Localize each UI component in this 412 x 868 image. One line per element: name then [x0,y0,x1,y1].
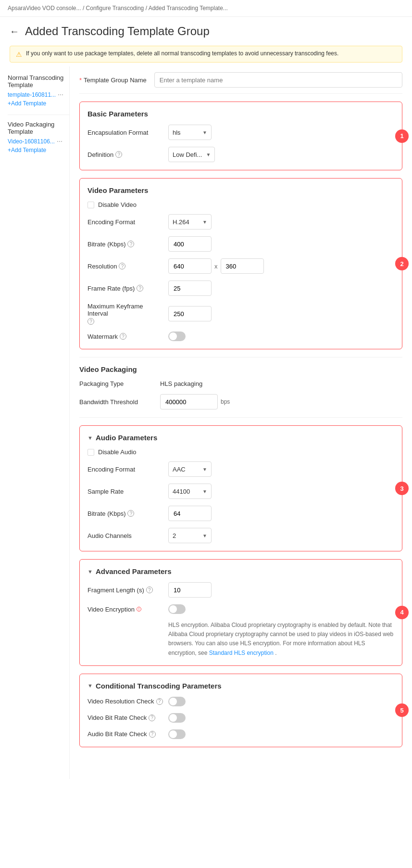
sidebar-add-normal[interactable]: +Add Template [8,100,69,107]
disable-video-label: Disable Video [98,201,137,208]
definition-select[interactable]: Low Defi... ▼ [168,147,215,162]
audio-bitrate-help-icon[interactable]: ? [127,510,134,517]
sidebar-item-packaging[interactable]: Video-16081106... ⋯ [8,138,69,145]
audio-bitrate-check-help-icon[interactable]: ? [149,731,156,738]
watermark-toggle[interactable] [168,332,186,341]
video-bitrate-check-label: Video Bit Rate Check ? [87,714,164,721]
definition-label: Definition ? [87,151,164,158]
chevron-down-icon: ▼ [202,489,207,494]
sidebar-divider [8,115,69,115]
advanced-parameters-card: ▼ Advanced Parameters 4 Fragment Length … [79,559,402,666]
fragment-length-help-icon[interactable]: ? [146,587,153,593]
video-resolution-label: Resolution ? [87,263,164,270]
audio-encoding-format-row: Encoding Format AAC ▼ [87,461,394,477]
bandwidth-threshold-label: Bandwidth Threshold [79,398,156,406]
sidebar: Normal Transcoding Template template-160… [0,66,70,779]
chevron-down-icon: ▼ [206,152,211,157]
definition-help-icon[interactable]: ? [115,151,122,158]
watermark-help-icon[interactable]: ? [120,333,126,340]
video-bitrate-input[interactable] [168,236,212,252]
conditional-collapse-icon[interactable]: ▼ [87,683,93,689]
advanced-collapse-icon[interactable]: ▼ [87,569,93,574]
video-resolution-check-label: Video Resolution Check ? [87,698,164,705]
frame-rate-row: Frame Rate (fps) ? [87,281,394,296]
video-bitrate-help-icon[interactable]: ? [149,715,155,721]
audio-bitrate-check-label: Audio Bit Rate Check ? [87,730,164,738]
sidebar-packaging-dots[interactable]: ⋯ [57,138,62,145]
keyframe-help-icon[interactable]: ? [87,318,94,325]
bandwidth-input[interactable] [160,394,218,409]
back-button[interactable]: ← [10,26,19,37]
encryption-info-icon[interactable]: ! [137,607,141,612]
bottom-spacer [79,755,402,769]
disable-video-checkbox[interactable] [87,202,94,208]
frame-rate-input[interactable] [168,281,212,296]
bandwidth-threshold-row: Bandwidth Threshold bps [79,394,402,409]
encryption-link[interactable]: Standard HLS encryption [209,650,274,656]
framerate-help-icon[interactable]: ? [137,285,143,292]
video-resolution-check-toggle[interactable] [168,697,186,706]
content-area: * Template Group Name Basic Parameters 1… [70,66,412,779]
keyframe-input[interactable] [168,306,212,321]
sidebar-add-packaging[interactable]: +Add Template [8,147,69,153]
resolution-width-input[interactable] [168,258,212,274]
video-resolution-check-row: Video Resolution Check ? [87,697,394,706]
main-layout: Normal Transcoding Template template-160… [0,66,412,779]
video-encryption-toggle[interactable] [168,604,186,614]
disable-audio-label: Disable Audio [98,448,137,456]
warning-banner: ⚠ If you only want to use package templa… [10,46,402,63]
video-resolution-row: Resolution ? x [87,258,394,274]
audio-bitrate-check-toggle[interactable] [168,729,186,739]
packaging-type-row: Packaging Type HLS packaging [79,380,402,387]
chevron-down-icon: ▼ [202,467,207,472]
breadcrumb: ApsaraVideo VOD console... / Configure T… [0,0,412,17]
watermark-row: Watermark ? [87,332,394,341]
encapsulation-format-select[interactable]: hls ▼ [168,125,212,140]
advanced-parameters-title: ▼ Advanced Parameters [87,567,394,575]
sidebar-item-dots[interactable]: ⋯ [58,91,63,98]
breadcrumb-part3: Added Transcoding Template... [149,5,228,12]
bandwidth-inputs: bps [160,394,230,409]
audio-encoding-format-label: Encoding Format [87,466,164,473]
audio-collapse-icon[interactable]: ▼ [87,435,93,441]
audio-encoding-format-select[interactable]: AAC ▼ [168,461,212,477]
sidebar-item-normal[interactable]: template-160811... ⋯ [8,91,69,98]
basic-parameters-title: Basic Parameters [87,110,394,118]
conditional-parameters-title: ▼ Conditional Transcoding Parameters [87,682,394,690]
template-name-input[interactable] [154,72,402,88]
page-title: Added Transcoding Template Group [25,25,210,38]
video-parameters-card: Video Parameters 2 Disable Video Encodin… [79,178,402,349]
badge-4: 4 [395,606,409,619]
video-parameters-title: Video Parameters [87,186,394,194]
sample-rate-select[interactable]: 44100 ▼ [168,484,212,499]
audio-bitrate-row: Bitrate (Kbps) ? [87,506,394,521]
badge-2: 2 [395,257,409,270]
audio-channels-select[interactable]: 2 ▼ [168,528,212,543]
bitrate-help-icon[interactable]: ? [127,241,134,247]
badge-5: 5 [395,703,409,717]
audio-parameters-title: ▼ Audio Parameters [87,434,394,442]
warning-icon: ⚠ [16,51,22,58]
fragment-length-input[interactable] [168,582,212,598]
resolution-help-icon[interactable]: ? [119,263,125,269]
video-encoding-format-select[interactable]: H.264 ▼ [168,214,212,230]
fragment-length-label: Fragment Length (s) ? [87,587,164,594]
audio-bitrate-input[interactable] [168,506,212,521]
audio-bitrate-check-row: Audio Bit Rate Check ? [87,729,394,739]
resolution-height-input[interactable] [221,258,264,274]
sidebar-normal-title: Normal Transcoding Template [8,74,69,89]
definition-row: Definition ? Low Defi... ▼ [87,147,394,162]
keyframe-row: Maximum Keyframe Interval ? [87,303,394,325]
video-bitrate-label: Bitrate (Kbps) ? [87,241,164,248]
video-encryption-row: Video Encryption ! [87,604,394,614]
sidebar-packaging-title: Video Packaging Template [8,121,69,135]
disable-video-row: Disable Video [87,201,394,208]
audio-channels-label: Audio Channels [87,532,164,539]
video-packaging-title: Video Packaging [79,365,402,373]
video-resolution-help-icon[interactable]: ? [156,698,163,705]
badge-1: 1 [395,129,409,143]
chevron-down-icon: ▼ [202,533,207,538]
audio-parameters-card: ▼ Audio Parameters 3 Disable Audio Encod… [79,425,402,551]
disable-audio-checkbox[interactable] [87,449,94,456]
video-bitrate-check-toggle[interactable] [168,713,186,723]
